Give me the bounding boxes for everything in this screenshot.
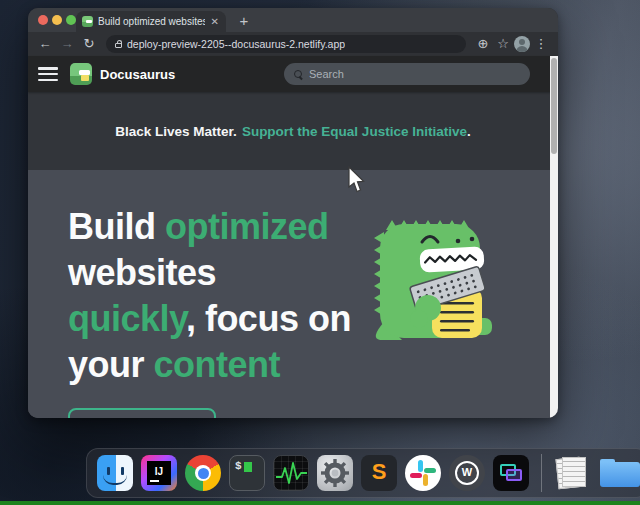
announcement-text: Black Lives Matter. bbox=[115, 124, 237, 139]
dock-system-gear-icon[interactable] bbox=[317, 455, 353, 491]
hero-section: Build optimizedwebsitesquickly, focus on… bbox=[28, 170, 558, 418]
dock-slack-icon[interactable] bbox=[405, 455, 441, 491]
dock-workplace-icon[interactable]: W bbox=[449, 455, 485, 491]
dock-finder-icon[interactable] bbox=[97, 455, 133, 491]
docusaurus-favicon-icon bbox=[82, 16, 93, 27]
toolbar-right-icons: ⊕ ☆ ⋮ bbox=[474, 35, 550, 53]
reload-icon[interactable]: ↻ bbox=[80, 35, 98, 53]
docusaurus-logo-icon[interactable] bbox=[70, 63, 92, 85]
hamburger-menu-icon[interactable] bbox=[38, 67, 58, 81]
dock-sublime-text-icon[interactable]: S bbox=[361, 455, 397, 491]
window-controls bbox=[38, 15, 76, 25]
back-icon[interactable]: ← bbox=[36, 35, 54, 53]
tab-strip: Build optimized websites quick ✕ + bbox=[28, 8, 558, 32]
minimize-window-button[interactable] bbox=[52, 15, 62, 25]
new-tab-button[interactable]: + bbox=[234, 11, 254, 31]
docusaurus-mascot-illustration bbox=[368, 212, 500, 346]
dock-screens-app-icon[interactable] bbox=[493, 455, 529, 491]
scrollbar-thumb[interactable] bbox=[551, 58, 557, 154]
site-brand[interactable]: Docusaurus bbox=[100, 67, 175, 82]
get-started-button[interactable] bbox=[68, 408, 216, 418]
browser-toolbar: ← → ↻ deploy-preview-2205--docusaurus-2.… bbox=[28, 32, 558, 56]
zoom-window-button[interactable] bbox=[66, 15, 76, 25]
profile-avatar[interactable] bbox=[514, 36, 530, 52]
dock-chrome-icon[interactable] bbox=[185, 455, 221, 491]
announcement-bar: Black Lives Matter. Support the Equal Ju… bbox=[28, 92, 558, 170]
browser-tab[interactable]: Build optimized websites quick ✕ bbox=[76, 11, 226, 32]
dock-terminal-icon[interactable]: $ bbox=[229, 455, 265, 491]
close-window-button[interactable] bbox=[38, 15, 48, 25]
tab-title: Build optimized websites quick bbox=[98, 16, 205, 27]
page-content: Docusaurus Black Lives Matter. Support t… bbox=[28, 56, 558, 418]
forward-icon[interactable]: → bbox=[58, 35, 76, 53]
dock-divider bbox=[541, 454, 542, 492]
announcement-suffix: . bbox=[467, 124, 471, 139]
dock-intellij-idea-icon[interactable]: IJ bbox=[141, 455, 177, 491]
browser-window: Build optimized websites quick ✕ + ← → ↻… bbox=[28, 8, 558, 418]
dock-downloads-folder-icon[interactable] bbox=[598, 455, 634, 491]
mouse-cursor bbox=[346, 166, 366, 194]
dock-activity-monitor-icon[interactable] bbox=[273, 455, 309, 491]
ssl-lock-icon bbox=[115, 43, 122, 48]
announcement-link[interactable]: Support the Equal Justice Initiative bbox=[242, 124, 467, 139]
url-text: deploy-preview-2205--docusaurus-2.netlif… bbox=[127, 38, 345, 50]
address-bar[interactable]: deploy-preview-2205--docusaurus-2.netlif… bbox=[106, 35, 466, 53]
tab-close-icon[interactable]: ✕ bbox=[210, 16, 220, 27]
desktop-wallpaper: Build optimized websites quick ✕ + ← → ↻… bbox=[0, 0, 640, 505]
dock-documents-stack-icon[interactable] bbox=[554, 455, 590, 491]
menu-dots-icon[interactable]: ⋮ bbox=[532, 35, 550, 53]
site-navbar: Docusaurus bbox=[28, 56, 558, 92]
search-icon bbox=[294, 70, 303, 79]
search-input[interactable] bbox=[309, 68, 520, 80]
extensions-icon[interactable]: ⊕ bbox=[474, 35, 492, 53]
page-scrollbar[interactable] bbox=[550, 56, 558, 418]
site-search[interactable] bbox=[284, 63, 530, 85]
macos-dock: IJ $ bbox=[86, 448, 640, 498]
capture-border-strip bbox=[0, 501, 640, 505]
bookmark-star-icon[interactable]: ☆ bbox=[494, 35, 512, 53]
